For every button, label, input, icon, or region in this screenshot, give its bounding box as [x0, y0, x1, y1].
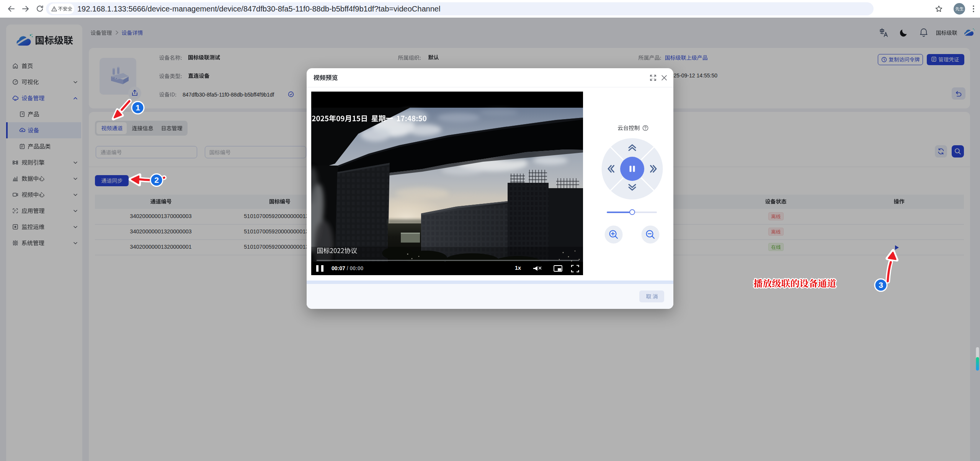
- svg-text:1: 1: [136, 103, 140, 112]
- svg-text:2: 2: [154, 176, 159, 184]
- svg-text:3: 3: [879, 281, 883, 289]
